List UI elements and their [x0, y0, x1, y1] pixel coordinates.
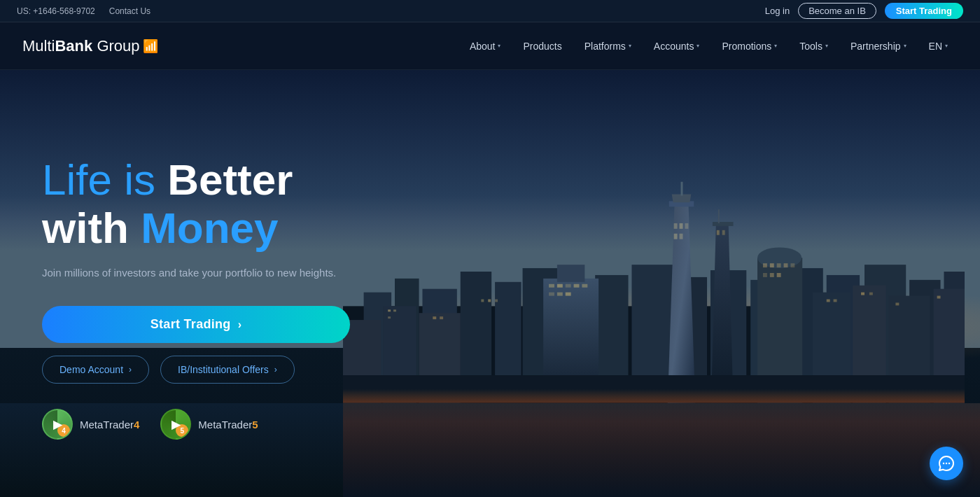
- metatrader-badges: ▶ 4 MetaTrader4 ▶ 5 MetaTrader5: [42, 409, 358, 440]
- nav-item-accounts[interactable]: Accounts ▾: [644, 35, 710, 57]
- nav-tools-label: Tools: [799, 41, 822, 52]
- mt4-label: MetaTrader4: [80, 419, 139, 430]
- svg-rect-62: [393, 310, 396, 312]
- start-trading-top-button[interactable]: Start Trading: [885, 3, 963, 19]
- logo-text: MultiBank Group: [22, 37, 140, 55]
- hero-water-reflection: [343, 403, 980, 497]
- nav-links: About ▾ Products Platforms ▾ Accounts ▾ …: [460, 35, 958, 57]
- svg-rect-65: [440, 316, 443, 319]
- become-ib-button[interactable]: Become an IB: [798, 3, 876, 19]
- nav-item-partnership[interactable]: Partnership ▾: [841, 35, 916, 57]
- logo-icon: 📶: [143, 38, 158, 54]
- svg-rect-53: [770, 273, 774, 277]
- nav-platforms-label: Platforms: [584, 41, 626, 52]
- svg-rect-36: [680, 223, 683, 229]
- hero-title-with: with: [42, 204, 141, 252]
- svg-rect-37: [685, 223, 688, 229]
- svg-rect-9: [631, 265, 673, 375]
- mt4-label-text: MetaTrader: [80, 419, 134, 430]
- svg-rect-74: [937, 296, 941, 299]
- svg-rect-47: [763, 263, 767, 267]
- svg-rect-8: [595, 275, 628, 375]
- svg-rect-72: [869, 293, 873, 295]
- metatrader4-badge[interactable]: ▶ 4 MetaTrader4: [42, 409, 139, 440]
- demo-account-button[interactable]: Demo Account ›: [42, 356, 149, 384]
- svg-rect-35: [674, 223, 678, 229]
- svg-rect-49: [777, 263, 781, 267]
- mt5-icon: ▶ 5: [160, 409, 191, 440]
- svg-rect-68: [495, 300, 498, 302]
- top-bar-left: US: +1646-568-9702 Contact Us: [17, 6, 150, 16]
- login-link[interactable]: Log in: [765, 6, 790, 16]
- logo[interactable]: MultiBank Group 📶: [22, 37, 158, 55]
- contact-us-link[interactable]: Contact Us: [109, 6, 150, 16]
- start-trading-button[interactable]: Start Trading ›: [42, 306, 350, 343]
- nav-promotions-label: Promotions: [722, 41, 771, 52]
- nav-about-label: About: [470, 41, 496, 52]
- svg-rect-43: [717, 230, 720, 235]
- svg-rect-52: [763, 273, 767, 277]
- ib-offers-label: IB/Institutional Offers: [178, 364, 269, 375]
- svg-rect-66: [481, 300, 484, 302]
- nav-promotions-arrow: ▾: [774, 43, 777, 49]
- svg-rect-50: [784, 263, 788, 267]
- svg-rect-22: [557, 265, 584, 282]
- nav-platforms-arrow: ▾: [629, 43, 631, 49]
- nav-accounts-label: Accounts: [654, 41, 694, 52]
- mt5-num: 5: [252, 419, 258, 430]
- nav-item-about[interactable]: About ▾: [460, 35, 511, 57]
- svg-rect-27: [582, 284, 587, 288]
- svg-rect-29: [557, 293, 563, 296]
- chat-button[interactable]: [930, 447, 963, 480]
- svg-rect-23: [549, 284, 554, 288]
- svg-rect-73: [895, 303, 899, 306]
- hero-section: Life is Better with Money Join millions …: [0, 70, 980, 497]
- mt4-num: 4: [134, 419, 139, 430]
- svg-rect-69: [827, 300, 830, 302]
- svg-rect-26: [574, 284, 580, 288]
- svg-rect-34: [681, 182, 683, 196]
- svg-rect-25: [566, 284, 571, 288]
- mt5-label-text: MetaTrader: [198, 419, 252, 430]
- top-bar-right: Log in Become an IB Start Trading: [765, 3, 963, 19]
- secondary-buttons: Demo Account › IB/Institutional Offers ›: [42, 356, 358, 384]
- svg-rect-64: [433, 316, 436, 319]
- nav-item-platforms[interactable]: Platforms ▾: [575, 35, 641, 57]
- hero-title: Life is Better with Money: [42, 155, 358, 253]
- nav-language-arrow: ▾: [945, 43, 948, 49]
- svg-rect-4: [461, 272, 491, 375]
- mt5-icon-letter: ▶: [172, 418, 180, 431]
- nav-tools-arrow: ▾: [825, 43, 828, 49]
- chat-icon: [938, 455, 955, 472]
- phone-number: US: +1646-568-9702: [17, 6, 95, 16]
- svg-rect-67: [488, 300, 491, 302]
- svg-rect-5: [495, 282, 521, 375]
- city-skyline: [343, 168, 965, 403]
- nav-about-arrow: ▾: [498, 43, 500, 49]
- svg-rect-54: [777, 273, 781, 277]
- nav-item-language[interactable]: EN ▾: [919, 35, 958, 57]
- nav-item-tools[interactable]: Tools ▾: [790, 35, 838, 57]
- demo-account-arrow: ›: [129, 365, 132, 374]
- hero-title-better: Better: [167, 155, 293, 204]
- navigation: MultiBank Group 📶 About ▾ Products Platf…: [0, 22, 980, 70]
- mt5-label: MetaTrader5: [198, 419, 258, 430]
- svg-rect-24: [557, 284, 563, 288]
- logo-multi: Multi: [22, 37, 55, 55]
- hero-subtitle: Join millions of investors and take your…: [42, 265, 358, 281]
- nav-language-label: EN: [929, 41, 942, 52]
- mt4-icon: ▶ 4: [42, 409, 73, 440]
- start-trading-label: Start Trading: [150, 317, 231, 332]
- top-bar: US: +1646-568-9702 Contact Us Log in Bec…: [0, 0, 980, 22]
- ib-offers-button[interactable]: IB/Institutional Offers ›: [160, 356, 295, 384]
- hero-content: Life is Better with Money Join millions …: [0, 70, 392, 497]
- nav-item-promotions[interactable]: Promotions ▾: [712, 35, 787, 57]
- metatrader5-badge[interactable]: ▶ 5 MetaTrader5: [160, 409, 258, 440]
- demo-account-label: Demo Account: [59, 364, 123, 375]
- nav-item-products[interactable]: Products: [513, 35, 571, 57]
- nav-partnership-label: Partnership: [850, 41, 901, 52]
- svg-rect-51: [790, 263, 794, 267]
- logo-group: Group: [97, 37, 139, 55]
- ib-offers-arrow: ›: [274, 365, 277, 374]
- start-trading-arrow: ›: [238, 318, 242, 331]
